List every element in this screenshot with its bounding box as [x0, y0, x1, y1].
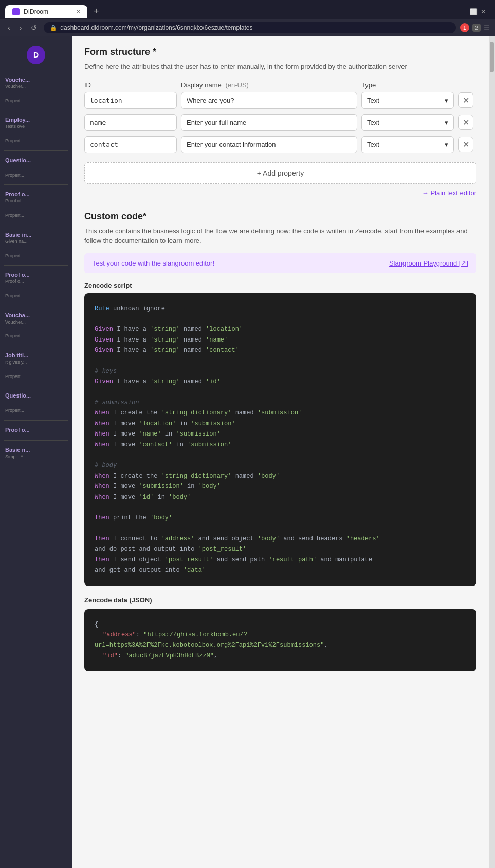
code-line-plain1: and do post and output into 'post_result…	[95, 544, 466, 554]
zencode-json-block: { "address": "https://ghisa.forkbomb.eu/…	[84, 609, 476, 672]
forward-button[interactable]: ›	[17, 23, 25, 33]
tab-title: DIDroom	[24, 8, 48, 15]
sidebar-item-proof2[interactable]: Proof o... Proof o...	[0, 268, 72, 289]
sidebar-divider-6	[4, 306, 68, 306]
browser-nav-extras: 1 2 ☰	[460, 23, 490, 32]
col-displayname-header: Display name (en-US)	[181, 81, 357, 89]
delete-row-name-button[interactable]: ✕	[458, 115, 473, 130]
restore-button[interactable]: ⬜	[470, 8, 478, 15]
tab-close-button[interactable]: ×	[77, 8, 80, 15]
plain-text-editor-link[interactable]: → Plain text editor	[422, 189, 476, 197]
id-input-contact[interactable]	[84, 136, 177, 153]
code-line-when1: When I create the 'string dictionary' na…	[95, 408, 466, 418]
col-id-header: ID	[84, 81, 177, 89]
display-input-name[interactable]	[181, 114, 357, 131]
minimize-button[interactable]: —	[461, 8, 467, 15]
chevron-down-icon-3: ▾	[445, 141, 448, 148]
refresh-button[interactable]: ↺	[28, 23, 40, 33]
form-row-location: Text ▾ ✕	[84, 92, 476, 109]
sidebar-item-sub2: Propert...	[0, 134, 72, 148]
code-line-given3: Given I have a 'string' named 'contact'	[95, 345, 466, 355]
form-structure-desc: Define here the attributes that the user…	[84, 62, 476, 72]
custom-code-title: Custom code*	[84, 211, 476, 222]
delete-row-location-button[interactable]: ✕	[458, 92, 473, 108]
display-input-location[interactable]	[181, 92, 357, 109]
sidebar-item-sub1: Propert...	[0, 94, 72, 108]
scrollbar-track[interactable]	[489, 36, 495, 868]
content-area: Form structure * Define here the attribu…	[72, 36, 489, 868]
sidebar-item-question2[interactable]: Questio...	[0, 388, 72, 404]
code-line-given1: Given I have a 'string' named 'location'	[95, 324, 466, 334]
code-line-plain2: and get and output into 'data'	[95, 565, 466, 575]
sidebar-item-proof1[interactable]: Proof o... Proof of...	[0, 187, 72, 209]
sidebar-logo: D	[27, 46, 45, 64]
sidebar-divider-9	[4, 420, 68, 421]
sidebar-item-sub7: Propert...	[0, 329, 72, 344]
custom-code-desc: This code contains the business logic of…	[84, 226, 476, 246]
display-input-contact[interactable]	[181, 136, 357, 153]
type-select-contact[interactable]: Text ▾	[361, 136, 454, 153]
add-property-button[interactable]: + Add property	[84, 162, 476, 184]
sidebar-item-sub6: Propert...	[0, 289, 72, 304]
id-input-location[interactable]	[84, 92, 177, 109]
back-button[interactable]: ‹	[5, 23, 13, 33]
sidebar-item-sub9: Propert...	[0, 404, 72, 418]
id-input-name[interactable]	[84, 114, 177, 131]
code-line-then3: Then I send object 'post_result' and sen…	[95, 555, 466, 565]
new-tab-button[interactable]: +	[89, 4, 103, 19]
sidebar-item-basicn[interactable]: Basic n... Simple A...	[0, 443, 72, 464]
json-line-id: "id": "aducB7jazEVpH3hHdLBzzM",	[95, 651, 466, 661]
sidebar-divider-1	[4, 110, 68, 110]
close-window-button[interactable]: ✕	[481, 8, 486, 15]
sidebar-divider-3	[4, 184, 68, 185]
type-select-location[interactable]: Text ▾	[361, 92, 454, 109]
plain-text-link-container: → Plain text editor	[84, 189, 476, 197]
address-bar-container: 🔒	[44, 22, 456, 33]
sidebar-divider-10	[4, 440, 68, 441]
form-structure-title: Form structure *	[84, 47, 476, 58]
slangroom-banner-text: Test your code with the slangroom editor…	[93, 259, 214, 267]
code-line-when7: When I move 'id' in 'body'	[95, 492, 466, 502]
code-line-then2: Then I connect to 'address' and send obj…	[95, 534, 466, 544]
code-comment-body: # body	[95, 460, 466, 470]
form-table-header: ID Display name (en-US) Type	[84, 81, 476, 92]
sidebar: D Vouche... Voucher... Propert... Employ…	[0, 36, 72, 868]
sidebar-item-proof3[interactable]: Proof o...	[0, 423, 72, 438]
zencode-data-label: Zencode data (JSON)	[84, 596, 476, 604]
address-bar[interactable]	[60, 24, 450, 31]
sidebar-item-employ[interactable]: Employ... Tests ove	[0, 112, 72, 134]
code-comment-keys: # keys	[95, 366, 466, 376]
scrollbar-thumb[interactable]	[490, 42, 494, 72]
sidebar-item-jobtitle[interactable]: Job titl... It gives y...	[0, 348, 72, 370]
sidebar-item-basic1[interactable]: Basic in... Given na...	[0, 228, 72, 249]
code-line-when5: When I create the 'string dictionary' na…	[95, 471, 466, 481]
sidebar-divider-5	[4, 265, 68, 266]
sidebar-item-sub4: Propert...	[0, 209, 72, 223]
slangroom-banner: Test your code with the slangroom editor…	[84, 253, 476, 273]
browser-chrome: DIDroom × + — ⬜ ✕ ‹ › ↺ 🔒 1 2 ☰	[0, 0, 495, 36]
sidebar-item-voucha[interactable]: Voucha... Voucher...	[0, 308, 72, 330]
json-line-address: "address": "https://ghisa.forkbomb.eu/?u…	[95, 630, 466, 651]
shield-badge: 1	[460, 23, 469, 32]
code-line-when4: When I move 'contact' in 'submission'	[95, 440, 466, 450]
code-line-given2: Given I have a 'string' named 'name'	[95, 335, 466, 345]
custom-code-section: Custom code* This code contains the busi…	[84, 211, 476, 672]
col-type-header: Type	[361, 81, 454, 89]
slangroom-playground-link[interactable]: Slangroom Playground [↗]	[389, 259, 468, 267]
sidebar-item-question1[interactable]: Questio...	[0, 153, 72, 168]
form-row-name: Text ▾ ✕	[84, 114, 476, 131]
delete-row-contact-button[interactable]: ✕	[458, 137, 473, 152]
type-select-name[interactable]: Text ▾	[361, 114, 454, 131]
code-comment-submission: # submission	[95, 398, 466, 408]
json-line-open: {	[95, 619, 466, 630]
sidebar-divider-4	[4, 225, 68, 225]
browser-tab[interactable]: DIDroom ×	[5, 5, 87, 18]
lock-icon: 🔒	[50, 25, 57, 31]
zencode-script-label: Zencode script	[84, 281, 476, 289]
menu-icon[interactable]: ☰	[484, 24, 490, 32]
tab-bar: DIDroom × + — ⬜ ✕	[0, 0, 495, 19]
sidebar-item-voucher1[interactable]: Vouche... Voucher...	[0, 72, 72, 94]
code-line-when3: When I move 'name' in 'submission'	[95, 429, 466, 439]
code-line-then1: Then print the 'body'	[95, 513, 466, 523]
zencode-code-block: Rule unknown ignore Given I have a 'stri…	[84, 293, 476, 586]
